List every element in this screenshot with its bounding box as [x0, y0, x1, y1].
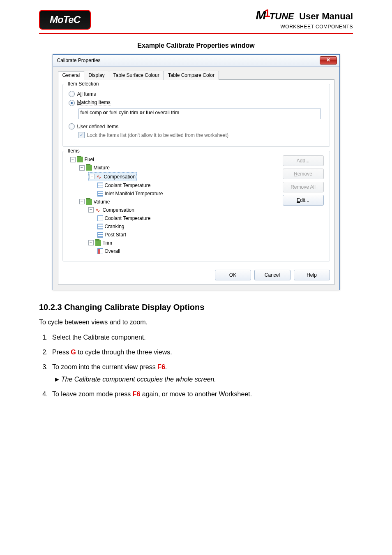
table-icon [97, 232, 103, 238]
cancel-button[interactable]: Cancel [254, 270, 291, 280]
step-4: To leave zoom mode press F6 again, or mo… [50, 389, 353, 399]
tree-node-fuel[interactable]: − Fuel [69, 155, 278, 164]
section-intro: To cycle between views and to zoom. [39, 318, 353, 327]
checkbox-checked-icon: ✓ [78, 132, 85, 138]
table-icon [97, 183, 103, 188]
step-3: To zoom into the current view press F6. … [50, 362, 353, 384]
dialog-titlebar[interactable]: Calibrate Properties ✕ [53, 55, 339, 67]
tree-node-compensation-volume[interactable]: − Compensation [69, 206, 278, 214]
collapse-icon[interactable]: − [88, 240, 94, 245]
help-button[interactable]: Help [294, 270, 330, 280]
item-selection-legend: Item Selection [66, 81, 101, 87]
items-tree[interactable]: − Fuel − Mixture − [69, 155, 278, 255]
step-1: Select the Calibrate component. [50, 333, 353, 342]
motec-logo: MoTeC [39, 10, 91, 30]
matching-items-radio-row[interactable]: Matching Items [69, 99, 324, 106]
tree-leaf-inlet-manifold-temp[interactable]: Inlet Manifold Temperature [69, 190, 278, 198]
remove-all-button[interactable]: Remove All [283, 182, 324, 192]
user-manual-label: User Manual [299, 11, 353, 21]
tab-display[interactable]: Display [84, 71, 109, 80]
steps-list: Select the Calibrate component. Press G … [39, 333, 353, 399]
items-legend: Items [66, 148, 81, 154]
add-button[interactable]: Add... [283, 155, 324, 166]
radio-checked-icon [69, 100, 75, 106]
collapse-icon[interactable]: − [90, 174, 95, 179]
remove-button[interactable]: Remove [283, 169, 324, 179]
wave-icon [97, 174, 102, 180]
table-icon [97, 191, 103, 197]
page-header: MoTeC M 1 TUNE User Manual WORKSHEET COM… [39, 8, 353, 30]
tree-leaf-coolant-temp[interactable]: Coolant Temperature [69, 181, 278, 190]
lock-items-label: Lock the Items list (don't allow it to b… [87, 132, 228, 138]
tab-panel-general: Item Selection All Items Matching Items [58, 79, 334, 285]
items-group: Items − Fuel − Mixture [62, 151, 330, 261]
item-selection-group: Item Selection All Items Matching Items [62, 84, 330, 147]
figure-caption: Example Calibrate Properties window [39, 42, 353, 49]
tree-node-compensation-mixture[interactable]: − Compensation [88, 172, 137, 181]
dialog-footer: OK Cancel Help [62, 266, 330, 280]
collapse-icon[interactable]: − [79, 199, 85, 204]
step-3-result: ►The Calibrate component occupies the wh… [54, 375, 353, 384]
tree-leaf-coolant-temp-2[interactable]: Coolant Temperature [69, 214, 278, 222]
tree-node-volume[interactable]: − Volume [69, 198, 278, 206]
folder-icon [86, 165, 92, 171]
radio-icon [69, 91, 75, 97]
dialog-tabs: General Display Table Surface Colour Tab… [58, 71, 334, 80]
header-rule [39, 33, 353, 34]
all-items-radio-row[interactable]: All Items [69, 91, 324, 97]
table-icon [97, 215, 103, 221]
tree-leaf-post-start[interactable]: Post Start [69, 231, 278, 239]
close-button[interactable]: ✕ [320, 56, 337, 65]
edit-button[interactable]: Edit... [283, 195, 324, 206]
lock-items-check-row[interactable]: ✓ Lock the Items list (don't allow it to… [78, 132, 324, 138]
dialog-title: Calibrate Properties [57, 58, 101, 63]
close-icon: ✕ [326, 57, 330, 63]
header-right: M 1 TUNE User Manual WORKSHEET COMPONENT… [256, 8, 353, 30]
radio-icon [69, 123, 75, 130]
collapse-icon[interactable]: − [88, 207, 94, 213]
tree-leaf-cranking[interactable]: Cranking [69, 222, 278, 231]
items-side-buttons: Add... Remove Remove All Edit... [283, 155, 324, 255]
folder-icon [86, 199, 92, 205]
table-red-icon [97, 248, 103, 254]
matching-items-input[interactable]: fuel comp or fuel cylin trim or fuel ove… [78, 109, 321, 119]
folder-icon [95, 240, 101, 246]
tree-leaf-overall[interactable]: Overall [69, 247, 278, 255]
product-logo: M 1 TUNE [256, 8, 294, 22]
wave-icon [95, 207, 101, 213]
header-subtitle: WORKSHEET COMPONENTS [256, 24, 353, 30]
ok-button[interactable]: OK [215, 270, 251, 280]
section-heading: 10.2.3 Changing Calibrate Display Option… [39, 303, 353, 312]
matching-items-label: Matching Items [77, 99, 111, 106]
tab-general[interactable]: General [58, 71, 85, 80]
collapse-icon[interactable]: − [79, 165, 85, 171]
all-items-label: All Items [77, 91, 96, 97]
calibrate-properties-dialog: Calibrate Properties ✕ General Display T… [53, 54, 340, 290]
user-defined-radio-row[interactable]: User defined Items [69, 123, 324, 130]
motec-logo-text: MoTeC [50, 14, 80, 25]
collapse-icon[interactable]: − [70, 157, 76, 162]
tree-node-mixture[interactable]: − Mixture [69, 164, 278, 172]
folder-icon [77, 157, 83, 162]
tab-table-compare-color[interactable]: Table Compare Color [164, 71, 219, 80]
tab-table-surface-colour[interactable]: Table Surface Colour [109, 71, 164, 80]
user-defined-label: User defined Items [77, 124, 119, 130]
step-2: Press G to cycle through the three views… [50, 347, 353, 357]
table-icon [97, 224, 103, 229]
tree-node-trim[interactable]: − Trim [69, 239, 278, 247]
